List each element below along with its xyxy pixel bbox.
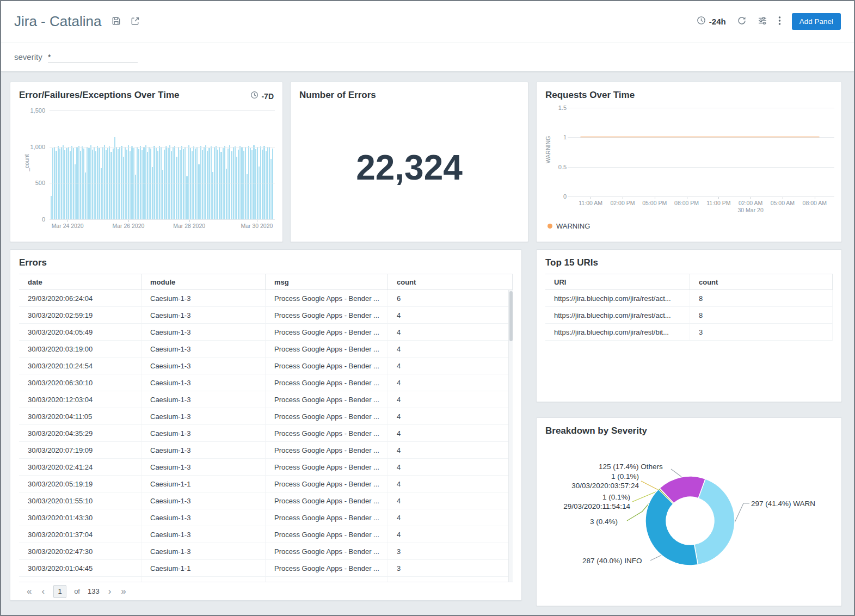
- bar: [253, 145, 254, 219]
- bar: [66, 148, 67, 219]
- error-row[interactable]: 30/03/2020:04:05:49Caesium-1-3Process Go…: [19, 324, 513, 341]
- y-tick-label: 1.5: [558, 104, 567, 111]
- more-options-button[interactable]: [778, 16, 781, 27]
- x-tick-label: Mar 30 2020: [241, 223, 273, 229]
- x-tick-mark: [783, 197, 783, 199]
- error-row[interactable]: 30/03/2020:02:59:19Caesium-1-3Process Go…: [19, 307, 513, 324]
- gridline: [50, 219, 275, 220]
- bar: [202, 150, 203, 219]
- bar: [138, 149, 139, 219]
- error-row[interactable]: 30/03/2020:02:41:24Caesium-1-3Process Go…: [19, 459, 513, 476]
- error-row[interactable]: 30/03/2020:07:19:09Caesium-1-3Process Go…: [19, 442, 513, 459]
- error-row[interactable]: 30/03/2020:04:35:29Caesium-1-3Process Go…: [19, 425, 513, 442]
- column-header-msg[interactable]: msg: [266, 274, 388, 289]
- bar: [73, 148, 74, 219]
- column-header-uri[interactable]: URI: [545, 274, 690, 289]
- error-row[interactable]: 30/03/2020:03:19:00Caesium-1-3Process Go…: [19, 341, 513, 358]
- bar: [92, 150, 93, 219]
- first-page-button[interactable]: «: [26, 587, 33, 596]
- uris-table: URI count https://jira.bluechip.com/jira…: [545, 274, 833, 341]
- column-header-count[interactable]: count: [388, 274, 513, 289]
- donut-label-line: 29/03/2020:11:54:14: [548, 502, 630, 511]
- error-row[interactable]: 30/03/2020:01:04:45Caesium-1-1Process Go…: [19, 560, 513, 577]
- bar: [90, 145, 91, 219]
- bar: [198, 164, 199, 219]
- export-button[interactable]: [130, 16, 140, 28]
- error-row[interactable]: 30/03/2020:01:43:30Caesium-1-3Process Go…: [19, 509, 513, 526]
- next-page-button[interactable]: ›: [107, 587, 113, 596]
- cell-date: 30/03/2020:03:19:00: [19, 341, 142, 357]
- cell-count: 4: [388, 492, 513, 509]
- column-header-count[interactable]: count: [690, 274, 833, 289]
- error-row[interactable]: 30/03/2020:01:55:10Caesium-1-3Process Go…: [19, 492, 513, 509]
- bar: [101, 168, 102, 219]
- donut-label-warn: 297 (41.4%) WARN: [751, 499, 815, 508]
- refresh-button[interactable]: [737, 16, 747, 27]
- bar: [200, 146, 201, 219]
- panel-title: Requests Over Time: [537, 82, 841, 101]
- bar: [207, 151, 208, 219]
- error-row[interactable]: 30/03/2020:01:37:04Caesium-1-3Process Go…: [19, 526, 513, 543]
- bar: [78, 146, 79, 219]
- bar: [145, 145, 146, 219]
- column-header-date[interactable]: date: [19, 274, 142, 289]
- cell-count: 4: [388, 476, 513, 492]
- dashboard-time-range[interactable]: -24h: [697, 16, 726, 27]
- panel-time-range-label: -7D: [261, 92, 274, 101]
- bar: [205, 145, 206, 219]
- severity-filter-input[interactable]: [48, 51, 138, 63]
- gridline: [568, 108, 834, 108]
- cell-msg: Process Google Apps - Bender ...: [266, 408, 388, 424]
- y-tick-label: 0.5: [558, 164, 567, 170]
- x-tick-mark: [815, 197, 815, 199]
- x-tick-sub-label: 30 Mar 20: [737, 207, 763, 213]
- column-header-module[interactable]: module: [142, 274, 266, 289]
- current-page-input[interactable]: 1: [53, 585, 66, 598]
- uri-row[interactable]: https://jira.bluechip.com/jira/rest/act.…: [545, 290, 833, 307]
- save-button[interactable]: [111, 16, 121, 28]
- bar: [152, 167, 153, 219]
- error-row[interactable]: 30/03/2020:12:03:04Caesium-1-3Process Go…: [19, 391, 513, 408]
- errors-table-body: 29/03/2020:06:24:04Caesium-1-3Process Go…: [19, 290, 513, 583]
- x-tick-label: 11:00 PM: [706, 200, 730, 206]
- bar: [135, 175, 136, 219]
- chart-legend[interactable]: WARNING: [548, 222, 590, 230]
- cell-module: Caesium-1-3: [142, 526, 266, 543]
- donut-label-others: 125 (17.4%) Others: [599, 462, 663, 471]
- cell-module: Caesium-1-3: [142, 324, 266, 340]
- uri-row[interactable]: https://jira.bluechip.com/jira/rest/bit.…: [545, 324, 833, 341]
- error-row[interactable]: 30/03/2020:02:47:30Caesium-1-3Process Go…: [19, 543, 513, 560]
- panel-time-range[interactable]: -7D: [250, 82, 282, 101]
- bar: [190, 148, 191, 219]
- scrollbar-thumb[interactable]: [509, 291, 513, 341]
- bar: [229, 145, 230, 219]
- error-row[interactable]: 30/03/2020:05:19:19Caesium-1-1Process Go…: [19, 476, 513, 492]
- filter-settings-button[interactable]: [758, 16, 767, 27]
- bar: [147, 152, 148, 219]
- error-row[interactable]: 30/03/2020:04:11:05Caesium-1-3Process Go…: [19, 408, 513, 425]
- bar: [107, 148, 108, 219]
- error-row[interactable]: 29/03/2020:06:24:04Caesium-1-3Process Go…: [19, 290, 513, 307]
- gridline: [50, 110, 275, 111]
- last-page-button[interactable]: »: [120, 587, 127, 596]
- cell-count: 3: [388, 560, 513, 576]
- label-connector-s1: [641, 481, 658, 490]
- add-panel-button[interactable]: Add Panel: [792, 13, 841, 30]
- pagination-of-label: of: [74, 587, 80, 595]
- donut-chart: 125 (17.4%) Others 1 (0.1%) 30/03/2020:0…: [545, 442, 834, 601]
- cell-date: 30/03/2020:04:11:05: [19, 408, 142, 424]
- filter-label: severity: [14, 52, 42, 61]
- bar: [169, 145, 170, 219]
- y-tick-label: 1,500: [30, 107, 45, 114]
- error-row[interactable]: 30/03/2020:06:30:10Caesium-1-3Process Go…: [19, 374, 513, 391]
- bar: [104, 145, 105, 219]
- x-tick-mark: [687, 197, 687, 199]
- bar: [164, 150, 165, 219]
- cell-msg: Process Google Apps - Bender ...: [266, 560, 388, 576]
- bar: [63, 145, 64, 219]
- table-scrollbar[interactable]: [508, 290, 513, 583]
- error-row[interactable]: 30/03/2020:10:24:54Caesium-1-3Process Go…: [19, 358, 513, 374]
- uri-row[interactable]: https://jira.bluechip.com/jira/rest/act.…: [545, 307, 833, 324]
- bar: [259, 167, 260, 219]
- prev-page-button[interactable]: ‹: [40, 587, 46, 596]
